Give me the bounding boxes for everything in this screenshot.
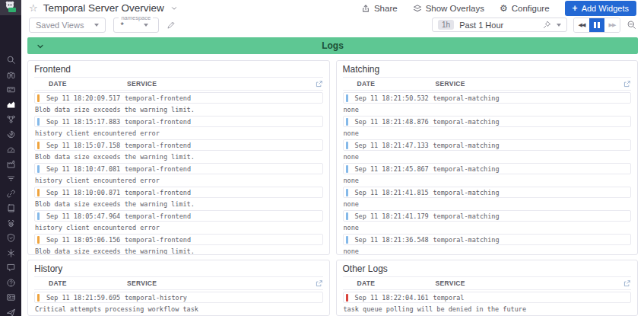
log-entry-head[interactable]: Sep 11 18:21:36.548 temporal-matching <box>343 234 632 245</box>
log-message: history client encountered error <box>35 177 322 184</box>
configure-label: Configure <box>512 4 550 13</box>
log-entry-head[interactable]: Sep 11 18:20:09.517 temporal-frontend <box>34 92 323 104</box>
binoculars-icon[interactable] <box>6 70 16 80</box>
chevron-down-icon[interactable] <box>557 24 561 27</box>
namespace-dropdown[interactable]: namespace * <box>113 18 159 33</box>
log-entry-head[interactable]: Sep 11 18:21:41.179 temporal-matching <box>343 210 632 222</box>
log-entry-head[interactable]: Sep 11 18:21:45.867 temporal-matching <box>343 163 632 174</box>
logs-section-header[interactable]: Logs <box>27 37 638 54</box>
log-service: temporal-frontend <box>125 212 191 220</box>
log-entry-head[interactable]: Sep 11 18:10:00.871 temporal-frontend <box>34 187 323 198</box>
log-panel: Other Logs DATE SERVICE Sep 11 18:22:04.… <box>336 260 639 316</box>
mascot-logo-icon[interactable] <box>0 0 21 15</box>
saved-views-dropdown[interactable]: Saved Views <box>29 18 106 33</box>
open-external-icon[interactable] <box>315 279 323 288</box>
pause-button[interactable] <box>589 18 604 32</box>
zoom-out-icon[interactable] <box>627 20 636 30</box>
rewind-button[interactable]: ◀◀ <box>574 18 589 32</box>
severity-bar <box>346 142 348 149</box>
log-service: temporal-frontend <box>125 94 191 102</box>
share-button[interactable]: Share <box>361 4 398 13</box>
log-entry-head[interactable]: Sep 11 18:21:48.876 temporal-matching <box>343 116 632 127</box>
log-date: Sep 11 18:15:17.883 <box>46 118 125 126</box>
favorite-star-icon[interactable]: ☆ <box>29 2 38 14</box>
log-service: temporal-history <box>125 294 187 302</box>
area-chart-icon[interactable] <box>6 100 16 110</box>
fast-forward-button[interactable]: ▶▶ <box>604 18 620 32</box>
panel-title: Matching <box>343 61 632 78</box>
service-column-header: SERVICE <box>127 80 157 88</box>
chevron-down-icon <box>144 24 148 27</box>
open-external-icon[interactable] <box>315 80 323 88</box>
users-icon[interactable] <box>6 292 16 302</box>
log-entry-head[interactable]: Sep 11 18:05:06.156 temporal-frontend <box>34 234 323 245</box>
log-message: task queue polling will be denied in the… <box>344 305 631 313</box>
log-date: Sep 11 18:21:41.815 <box>355 189 433 196</box>
log-service: temporal-frontend <box>125 142 191 149</box>
plane-icon[interactable] <box>6 308 16 316</box>
log-entry-head[interactable]: Sep 11 18:15:07.158 temporal-frontend <box>34 139 323 151</box>
log-date: Sep 11 18:21:59.695 <box>46 294 125 302</box>
namespace-field-label: namespace <box>119 14 153 21</box>
shield-icon[interactable] <box>6 233 16 243</box>
panel-column-headers: DATE SERVICE <box>343 78 632 91</box>
log-entry-head[interactable]: Sep 11 18:21:59.695 temporal-history <box>34 292 323 303</box>
collapse-chevron-icon[interactable] <box>36 42 45 51</box>
open-external-icon[interactable] <box>623 80 631 88</box>
search-icon[interactable] <box>6 55 16 65</box>
book-icon[interactable] <box>6 203 16 213</box>
log-service: temporal-matching <box>433 212 500 220</box>
log-entry: Sep 11 18:21:41.179 temporal-matching no… <box>343 210 632 231</box>
chat-icon[interactable] <box>6 263 16 273</box>
severity-bar <box>346 165 348 173</box>
log-service: temporal <box>433 294 465 302</box>
nodes-icon[interactable] <box>6 114 16 124</box>
log-message: Critical attempts processing workflow ta… <box>35 305 322 313</box>
spiral-icon[interactable] <box>6 129 16 139</box>
help-icon[interactable] <box>6 278 16 288</box>
snowflake-icon[interactable] <box>6 248 16 258</box>
panel-title: History <box>34 260 323 277</box>
log-entry: Sep 11 18:21:45.867 temporal-matching no… <box>343 163 632 184</box>
log-entry: Sep 11 18:10:47.081 temporal-frontend hi… <box>34 163 323 184</box>
log-date: Sep 11 18:21:50.532 <box>355 94 433 102</box>
log-entry-head[interactable]: Sep 11 18:10:47.081 temporal-frontend <box>34 163 323 174</box>
log-entry-head[interactable]: Sep 11 18:05:47.964 temporal-frontend <box>34 210 323 222</box>
add-widgets-button[interactable]: + Add Widgets <box>565 1 636 16</box>
log-entry-head[interactable]: Sep 11 18:22:04.161 temporal <box>343 292 632 303</box>
card-icon[interactable] <box>6 85 16 94</box>
share-icon <box>361 4 370 13</box>
top-bar: ☆ Temporal Server Overview Share Show Ov… <box>21 0 644 17</box>
bee-icon[interactable] <box>6 219 16 228</box>
log-entry: Sep 11 18:21:36.548 temporal-matching no… <box>343 234 632 255</box>
configure-button[interactable]: ⚙ Configure <box>500 4 550 13</box>
service-column-header: SERVICE <box>436 80 465 88</box>
edit-pencil-icon[interactable] <box>167 21 176 30</box>
sidebar-icon-list <box>6 55 16 316</box>
log-panel: History DATE SERVICE Sep 11 18:21:59.695… <box>27 260 330 316</box>
filter-icon[interactable] <box>6 174 16 184</box>
time-range-picker[interactable]: 1h Past 1 Hour <box>432 18 567 32</box>
show-overlays-label: Show Overlays <box>426 4 484 13</box>
title-chevron-down-icon[interactable] <box>170 5 178 12</box>
log-entry-head[interactable]: Sep 11 18:21:50.532 temporal-matching <box>343 92 632 104</box>
panel-rows: Sep 11 18:20:09.517 temporal-frontend Bl… <box>34 92 323 255</box>
log-entry-head[interactable]: Sep 11 18:21:41.815 temporal-matching <box>343 187 632 198</box>
log-entry: Sep 11 18:10:00.871 temporal-frontend Bl… <box>34 187 323 208</box>
saved-views-label: Saved Views <box>36 21 84 30</box>
gauge-icon[interactable] <box>6 144 16 154</box>
log-entry-head[interactable]: Sep 11 18:15:17.883 temporal-frontend <box>34 116 323 127</box>
factory-icon[interactable] <box>6 159 16 169</box>
log-service: temporal-matching <box>433 189 500 196</box>
open-external-icon[interactable] <box>623 279 631 288</box>
pause-icon <box>594 22 596 28</box>
pin-icon[interactable] <box>543 21 551 29</box>
log-date: Sep 11 18:21:45.867 <box>355 165 433 173</box>
log-service: temporal-matching <box>433 236 500 244</box>
panel-rows: Sep 11 18:22:04.161 temporal task queue … <box>343 292 632 313</box>
plus-icon: + <box>573 4 578 13</box>
log-entry: Sep 11 18:21:47.133 temporal-matching no… <box>343 139 632 161</box>
link-icon[interactable] <box>6 189 16 199</box>
log-entry-head[interactable]: Sep 11 18:21:47.133 temporal-matching <box>343 139 632 151</box>
show-overlays-button[interactable]: Show Overlays <box>413 4 484 13</box>
